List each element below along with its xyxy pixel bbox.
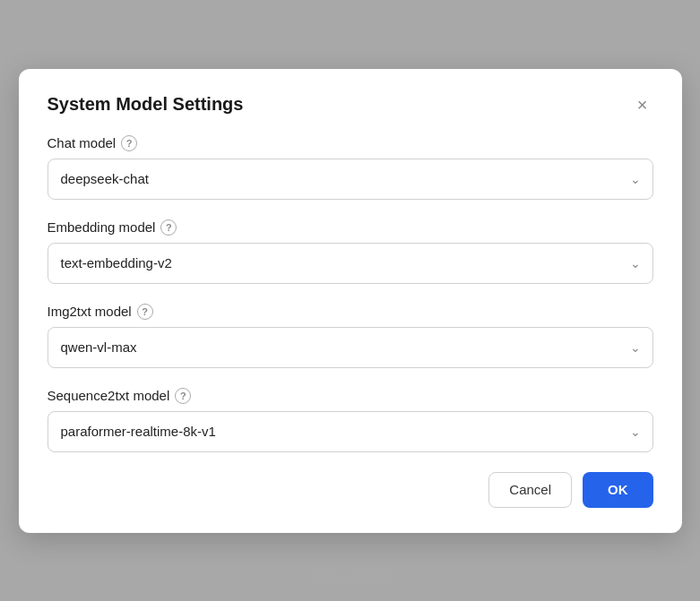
field-group-sequence2txt-model: Sequence2txt model?paraformer-realtime-8…	[48, 388, 653, 452]
select-img2txt-model[interactable]: qwen-vl-max	[48, 327, 653, 368]
select-wrapper-sequence2txt-model: paraformer-realtime-8k-v1⌄	[48, 411, 653, 452]
dialog-footer: Cancel OK	[48, 472, 653, 508]
help-icon-img2txt-model: ?	[137, 304, 153, 320]
select-wrapper-embedding-model: text-embedding-v2⌄	[48, 243, 653, 284]
label-img2txt-model: Img2txt model?	[48, 304, 653, 320]
field-group-chat-model: Chat model?deepseek-chat⌄	[48, 135, 653, 200]
select-embedding-model[interactable]: text-embedding-v2	[48, 243, 653, 284]
label-text-embedding-model: Embedding model	[48, 219, 156, 235]
label-text-img2txt-model: Img2txt model	[48, 304, 132, 319]
field-group-embedding-model: Embedding model?text-embedding-v2⌄	[48, 219, 653, 284]
watermark: 公众号 · AI真好玩	[308, 570, 392, 585]
cancel-button[interactable]: Cancel	[488, 472, 572, 508]
label-sequence2txt-model: Sequence2txt model?	[48, 388, 653, 404]
fields-container: Chat model?deepseek-chat⌄Embedding model…	[48, 135, 653, 452]
select-wrapper-img2txt-model: qwen-vl-max⌄	[48, 327, 653, 368]
dialog: System Model Settings × Chat model?deeps…	[19, 69, 682, 533]
close-button[interactable]: ×	[632, 94, 653, 116]
select-wrapper-chat-model: deepseek-chat⌄	[48, 159, 653, 200]
dialog-header: System Model Settings ×	[48, 94, 653, 116]
field-group-img2txt-model: Img2txt model?qwen-vl-max⌄	[48, 304, 653, 368]
help-icon-chat-model: ?	[121, 135, 137, 151]
overlay: System Model Settings × Chat model?deeps…	[0, 0, 700, 601]
label-embedding-model: Embedding model?	[48, 219, 653, 236]
select-sequence2txt-model[interactable]: paraformer-realtime-8k-v1	[48, 411, 653, 452]
select-chat-model[interactable]: deepseek-chat	[48, 159, 653, 200]
label-text-sequence2txt-model: Sequence2txt model	[48, 388, 170, 403]
dialog-title: System Model Settings	[48, 94, 244, 115]
label-chat-model: Chat model?	[48, 135, 653, 151]
ok-button[interactable]: OK	[583, 472, 653, 508]
help-icon-embedding-model: ?	[160, 219, 177, 236]
label-text-chat-model: Chat model	[48, 135, 117, 150]
help-icon-sequence2txt-model: ?	[175, 388, 191, 404]
